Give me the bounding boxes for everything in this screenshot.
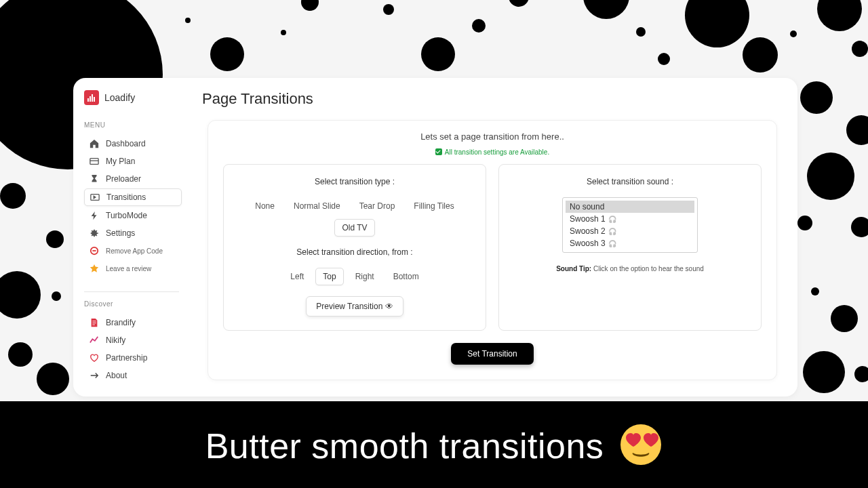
- sound-select[interactable]: No soundSwoosh 1🎧Swoosh 2🎧Swoosh 3🎧: [562, 197, 698, 253]
- check-icon: [435, 148, 442, 155]
- brand: Loadify: [84, 90, 187, 105]
- svg-rect-11: [92, 325, 95, 325]
- svg-rect-1: [90, 96, 91, 102]
- headphones-icon: 🎧: [608, 228, 616, 235]
- sidebar-item-label: Brandify: [106, 318, 136, 327]
- direction-option-right[interactable]: Right: [348, 268, 382, 285]
- heart-icon: [90, 353, 99, 363]
- sidebar-item-remove-app-code[interactable]: Remove App Code: [84, 243, 182, 259]
- set-transition-button[interactable]: Set Transition: [451, 343, 533, 365]
- svg-rect-9: [92, 321, 96, 321]
- direction-label: Select transition direction, from :: [233, 247, 476, 257]
- type-option-normal-slide[interactable]: Normal Slide: [286, 197, 348, 215]
- sidebar-item-label: Nikify: [106, 336, 125, 345]
- direction-option-left[interactable]: Left: [283, 268, 311, 285]
- sidebar-item-label: TurboMode: [106, 211, 147, 220]
- type-option-old-tv[interactable]: Old TV: [334, 219, 374, 237]
- sidebar-item-label: Transitions: [106, 192, 146, 202]
- gear-icon: [90, 228, 99, 238]
- preview-button[interactable]: Preview Transition 👁: [306, 296, 403, 317]
- sound-option-swoosh-1[interactable]: Swoosh 1🎧: [566, 213, 694, 225]
- sidebar-item-turbomode[interactable]: TurboMode: [84, 207, 182, 224]
- sound-option-no-sound[interactable]: No sound: [566, 201, 694, 213]
- svg-point-12: [620, 424, 661, 465]
- sidebar-item-label: Settings: [106, 228, 135, 238]
- sidebar: Loadify MENU DashboardMy PlanPreloaderTr…: [73, 78, 187, 396]
- bolt-icon: [90, 211, 99, 220]
- sidebar-item-label: About: [106, 371, 127, 380]
- transition-type-panel: Select transition type : NoneNormal Slid…: [223, 164, 486, 331]
- remove-icon: [90, 246, 99, 256]
- headphones-icon: 🎧: [608, 240, 616, 247]
- sidebar-item-nikify[interactable]: Nikify: [84, 332, 182, 348]
- app-window: Loadify MENU DashboardMy PlanPreloaderTr…: [73, 78, 797, 396]
- main-content: Page Transitions Lets set a page transit…: [187, 78, 797, 396]
- about-icon: [90, 371, 99, 380]
- svg-rect-2: [92, 94, 93, 102]
- brand-name: Loadify: [104, 92, 135, 103]
- home-icon: [90, 139, 99, 148]
- sidebar-item-my-plan[interactable]: My Plan: [84, 153, 182, 169]
- sound-label: Select transition sound :: [509, 177, 751, 186]
- heart-eyes-emoji: [619, 423, 663, 466]
- transition-icon: [90, 192, 100, 202]
- svg-rect-3: [94, 97, 95, 102]
- star-icon: [90, 264, 99, 273]
- sidebar-item-label: My Plan: [106, 157, 135, 166]
- sidebar-item-label: Preloader: [106, 174, 141, 184]
- hourglass-icon: [90, 174, 99, 184]
- svg-rect-10: [92, 323, 96, 323]
- svg-rect-0: [87, 98, 89, 102]
- transition-sound-panel: Select transition sound : No soundSwoosh…: [498, 164, 762, 331]
- direction-option-bottom[interactable]: Bottom: [386, 268, 427, 285]
- availability-note: All transition settings are Available.: [223, 148, 762, 156]
- discover-label: Discover: [84, 300, 187, 308]
- sidebar-item-about[interactable]: About: [84, 367, 182, 384]
- sidebar-item-label: Remove App Code: [106, 247, 163, 255]
- sidebar-item-partnership[interactable]: Partnership: [84, 350, 182, 366]
- direction-option-top[interactable]: Top: [315, 268, 343, 285]
- sound-option-swoosh-2[interactable]: Swoosh 2🎧: [566, 225, 694, 237]
- chart-icon: [90, 336, 99, 345]
- sidebar-item-label: Dashboard: [106, 139, 146, 148]
- type-option-none[interactable]: None: [248, 197, 282, 215]
- page-title: Page Transitions: [202, 90, 777, 108]
- type-option-filling-tiles[interactable]: Filling Tiles: [406, 197, 461, 215]
- card-icon: [90, 157, 99, 166]
- card-intro: Lets set a page transition from here..: [223, 131, 762, 142]
- sidebar-item-preloader[interactable]: Preloader: [84, 171, 182, 187]
- settings-card: Lets set a page transition from here.. A…: [208, 120, 777, 380]
- sidebar-item-leave-a-review[interactable]: Leave a review: [84, 260, 182, 277]
- sidebar-item-label: Leave a review: [106, 265, 151, 272]
- footer-text: Butter smooth transitions: [205, 423, 663, 466]
- sidebar-item-transitions[interactable]: Transitions: [84, 188, 182, 206]
- sidebar-item-settings[interactable]: Settings: [84, 225, 182, 241]
- svg-rect-4: [90, 159, 98, 165]
- type-option-tear-drop[interactable]: Tear Drop: [352, 197, 403, 215]
- sound-option-swoosh-3[interactable]: Swoosh 3🎧: [566, 237, 694, 249]
- sidebar-item-label: Partnership: [106, 353, 147, 363]
- promo-footer: Butter smooth transitions: [0, 401, 868, 488]
- sidebar-item-brandify[interactable]: Brandify: [84, 314, 182, 331]
- headphones-icon: 🎧: [608, 216, 616, 223]
- sidebar-item-dashboard[interactable]: Dashboard: [84, 136, 182, 152]
- type-label: Select transition type :: [233, 177, 476, 186]
- doc-icon: [90, 318, 99, 327]
- brand-icon: [84, 90, 99, 105]
- sound-tip: Sound Tip: Click on the option to hear t…: [509, 265, 751, 272]
- menu-label: MENU: [84, 121, 187, 129]
